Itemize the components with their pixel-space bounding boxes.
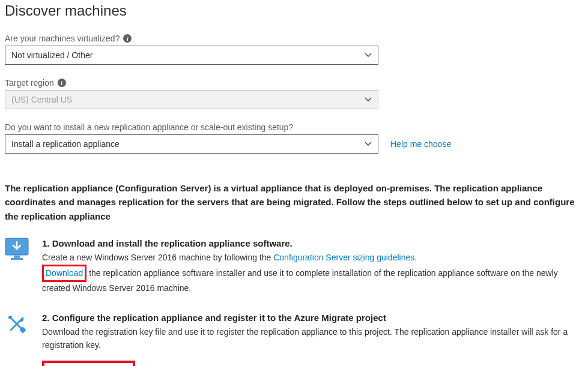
chevron-down-icon <box>365 53 372 58</box>
help-me-choose-link[interactable]: Help me choose <box>390 139 451 149</box>
region-label: Target region i <box>5 78 583 88</box>
step-1: 1. Download and install the replication … <box>5 236 583 295</box>
step-2-title: 2. Configure the replication appliance a… <box>42 311 583 325</box>
virtualized-select[interactable]: Not virtualized / Other <box>5 46 378 65</box>
appliance-select[interactable]: Install a replication appliance <box>5 134 378 154</box>
virtualized-field: Are your machines virtualized? i Not vir… <box>5 34 583 65</box>
download-button-highlight: Download <box>42 361 135 366</box>
svg-rect-1 <box>14 256 20 258</box>
chevron-down-icon <box>365 97 372 102</box>
appliance-label: Do you want to install a new replication… <box>5 122 583 132</box>
appliance-field: Do you want to install a new replication… <box>5 122 583 154</box>
intro-text: The replication appliance (Configuration… <box>5 167 583 236</box>
step-1-title: 1. Download and install the replication … <box>42 236 583 250</box>
download-link[interactable]: Download <box>46 268 83 278</box>
page-title: Discover machines <box>5 0 583 34</box>
tools-icon <box>5 311 29 366</box>
region-field: Target region i (US) Central US <box>5 78 583 109</box>
step-1-text: Create a new Windows Server 2016 machine… <box>42 251 583 295</box>
region-select: (US) Central US <box>5 90 378 109</box>
step-2: 2. Configure the replication appliance a… <box>5 311 583 366</box>
info-icon[interactable]: i <box>123 34 132 43</box>
info-icon[interactable]: i <box>58 79 66 87</box>
svg-point-3 <box>8 316 12 319</box>
virtualized-label: Are your machines virtualized? i <box>5 34 583 43</box>
chevron-down-icon <box>365 142 372 146</box>
step-2-text: Download the registration key file and u… <box>42 326 583 352</box>
download-icon <box>5 236 29 295</box>
svg-rect-2 <box>11 258 23 260</box>
sizing-guidelines-link[interactable]: Configuration Server sizing guidelines. <box>273 253 417 262</box>
